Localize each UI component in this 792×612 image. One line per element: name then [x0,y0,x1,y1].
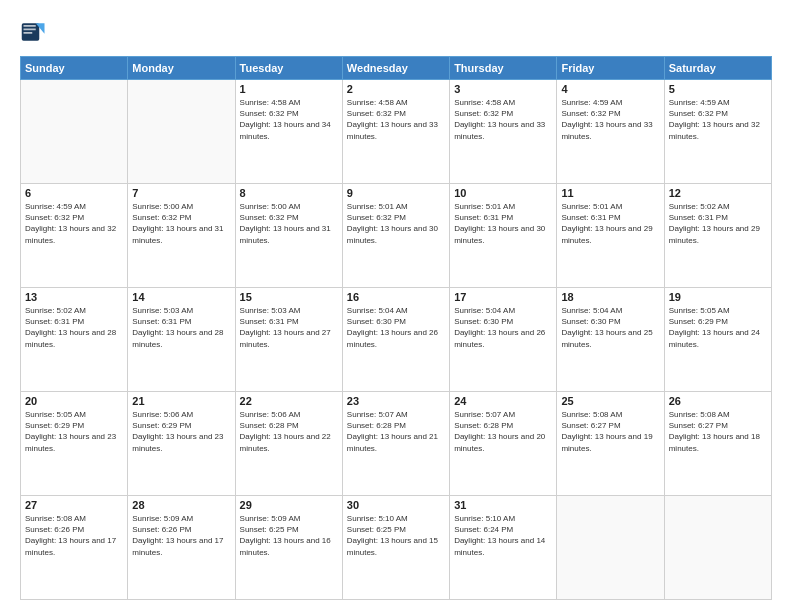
page: SundayMondayTuesdayWednesdayThursdayFrid… [0,0,792,612]
calendar-week-5: 27Sunrise: 5:08 AM Sunset: 6:26 PM Dayli… [21,496,772,600]
calendar-header-thursday: Thursday [450,57,557,80]
calendar-cell: 18Sunrise: 5:04 AM Sunset: 6:30 PM Dayli… [557,288,664,392]
day-number: 26 [669,395,767,407]
calendar-week-3: 13Sunrise: 5:02 AM Sunset: 6:31 PM Dayli… [21,288,772,392]
calendar-cell: 6Sunrise: 4:59 AM Sunset: 6:32 PM Daylig… [21,184,128,288]
day-info: Sunrise: 5:10 AM Sunset: 6:24 PM Dayligh… [454,513,552,558]
day-number: 3 [454,83,552,95]
day-number: 12 [669,187,767,199]
day-info: Sunrise: 5:08 AM Sunset: 6:27 PM Dayligh… [669,409,767,454]
day-number: 18 [561,291,659,303]
calendar-week-2: 6Sunrise: 4:59 AM Sunset: 6:32 PM Daylig… [21,184,772,288]
logo-icon [20,18,48,46]
day-info: Sunrise: 5:05 AM Sunset: 6:29 PM Dayligh… [25,409,123,454]
day-number: 13 [25,291,123,303]
calendar-cell: 7Sunrise: 5:00 AM Sunset: 6:32 PM Daylig… [128,184,235,288]
day-number: 30 [347,499,445,511]
day-info: Sunrise: 5:07 AM Sunset: 6:28 PM Dayligh… [347,409,445,454]
calendar-header-friday: Friday [557,57,664,80]
day-info: Sunrise: 4:58 AM Sunset: 6:32 PM Dayligh… [347,97,445,142]
day-number: 11 [561,187,659,199]
calendar-cell: 23Sunrise: 5:07 AM Sunset: 6:28 PM Dayli… [342,392,449,496]
calendar-header-tuesday: Tuesday [235,57,342,80]
day-number: 28 [132,499,230,511]
day-info: Sunrise: 5:09 AM Sunset: 6:25 PM Dayligh… [240,513,338,558]
day-number: 31 [454,499,552,511]
logo [20,18,52,46]
day-info: Sunrise: 5:03 AM Sunset: 6:31 PM Dayligh… [240,305,338,350]
calendar-cell: 12Sunrise: 5:02 AM Sunset: 6:31 PM Dayli… [664,184,771,288]
day-number: 22 [240,395,338,407]
calendar-cell: 29Sunrise: 5:09 AM Sunset: 6:25 PM Dayli… [235,496,342,600]
calendar-cell: 26Sunrise: 5:08 AM Sunset: 6:27 PM Dayli… [664,392,771,496]
calendar-cell: 22Sunrise: 5:06 AM Sunset: 6:28 PM Dayli… [235,392,342,496]
calendar-header-wednesday: Wednesday [342,57,449,80]
day-number: 25 [561,395,659,407]
day-number: 2 [347,83,445,95]
calendar-cell [128,80,235,184]
calendar-cell: 21Sunrise: 5:06 AM Sunset: 6:29 PM Dayli… [128,392,235,496]
day-info: Sunrise: 4:59 AM Sunset: 6:32 PM Dayligh… [669,97,767,142]
day-info: Sunrise: 5:01 AM Sunset: 6:31 PM Dayligh… [454,201,552,246]
day-info: Sunrise: 4:58 AM Sunset: 6:32 PM Dayligh… [240,97,338,142]
calendar-cell: 19Sunrise: 5:05 AM Sunset: 6:29 PM Dayli… [664,288,771,392]
calendar-cell: 17Sunrise: 5:04 AM Sunset: 6:30 PM Dayli… [450,288,557,392]
calendar-header-monday: Monday [128,57,235,80]
calendar-cell: 20Sunrise: 5:05 AM Sunset: 6:29 PM Dayli… [21,392,128,496]
day-info: Sunrise: 5:04 AM Sunset: 6:30 PM Dayligh… [561,305,659,350]
calendar-cell: 28Sunrise: 5:09 AM Sunset: 6:26 PM Dayli… [128,496,235,600]
day-info: Sunrise: 5:08 AM Sunset: 6:27 PM Dayligh… [561,409,659,454]
day-number: 21 [132,395,230,407]
day-info: Sunrise: 5:08 AM Sunset: 6:26 PM Dayligh… [25,513,123,558]
calendar-week-4: 20Sunrise: 5:05 AM Sunset: 6:29 PM Dayli… [21,392,772,496]
day-info: Sunrise: 5:04 AM Sunset: 6:30 PM Dayligh… [454,305,552,350]
calendar-cell: 16Sunrise: 5:04 AM Sunset: 6:30 PM Dayli… [342,288,449,392]
day-number: 8 [240,187,338,199]
calendar-cell: 5Sunrise: 4:59 AM Sunset: 6:32 PM Daylig… [664,80,771,184]
calendar-cell: 11Sunrise: 5:01 AM Sunset: 6:31 PM Dayli… [557,184,664,288]
svg-rect-2 [24,25,36,27]
calendar-cell: 4Sunrise: 4:59 AM Sunset: 6:32 PM Daylig… [557,80,664,184]
day-number: 5 [669,83,767,95]
calendar-cell [557,496,664,600]
day-info: Sunrise: 5:01 AM Sunset: 6:31 PM Dayligh… [561,201,659,246]
day-number: 7 [132,187,230,199]
day-info: Sunrise: 5:09 AM Sunset: 6:26 PM Dayligh… [132,513,230,558]
day-info: Sunrise: 4:58 AM Sunset: 6:32 PM Dayligh… [454,97,552,142]
day-number: 14 [132,291,230,303]
svg-rect-3 [24,29,36,31]
calendar-cell: 24Sunrise: 5:07 AM Sunset: 6:28 PM Dayli… [450,392,557,496]
calendar-cell: 14Sunrise: 5:03 AM Sunset: 6:31 PM Dayli… [128,288,235,392]
calendar-cell: 13Sunrise: 5:02 AM Sunset: 6:31 PM Dayli… [21,288,128,392]
calendar-cell: 3Sunrise: 4:58 AM Sunset: 6:32 PM Daylig… [450,80,557,184]
day-number: 10 [454,187,552,199]
day-info: Sunrise: 5:02 AM Sunset: 6:31 PM Dayligh… [669,201,767,246]
day-number: 6 [25,187,123,199]
calendar-table: SundayMondayTuesdayWednesdayThursdayFrid… [20,56,772,600]
day-number: 9 [347,187,445,199]
header [20,18,772,46]
day-number: 24 [454,395,552,407]
day-info: Sunrise: 5:06 AM Sunset: 6:29 PM Dayligh… [132,409,230,454]
calendar-header-sunday: Sunday [21,57,128,80]
calendar-cell: 31Sunrise: 5:10 AM Sunset: 6:24 PM Dayli… [450,496,557,600]
day-info: Sunrise: 5:00 AM Sunset: 6:32 PM Dayligh… [240,201,338,246]
calendar-cell: 27Sunrise: 5:08 AM Sunset: 6:26 PM Dayli… [21,496,128,600]
day-number: 29 [240,499,338,511]
calendar-cell [664,496,771,600]
day-info: Sunrise: 5:04 AM Sunset: 6:30 PM Dayligh… [347,305,445,350]
day-info: Sunrise: 5:07 AM Sunset: 6:28 PM Dayligh… [454,409,552,454]
day-info: Sunrise: 5:02 AM Sunset: 6:31 PM Dayligh… [25,305,123,350]
calendar-cell: 9Sunrise: 5:01 AM Sunset: 6:32 PM Daylig… [342,184,449,288]
calendar-cell: 25Sunrise: 5:08 AM Sunset: 6:27 PM Dayli… [557,392,664,496]
calendar-cell: 2Sunrise: 4:58 AM Sunset: 6:32 PM Daylig… [342,80,449,184]
calendar-cell: 1Sunrise: 4:58 AM Sunset: 6:32 PM Daylig… [235,80,342,184]
calendar-cell: 30Sunrise: 5:10 AM Sunset: 6:25 PM Dayli… [342,496,449,600]
calendar-cell [21,80,128,184]
calendar-week-1: 1Sunrise: 4:58 AM Sunset: 6:32 PM Daylig… [21,80,772,184]
day-number: 27 [25,499,123,511]
day-info: Sunrise: 5:06 AM Sunset: 6:28 PM Dayligh… [240,409,338,454]
day-info: Sunrise: 5:03 AM Sunset: 6:31 PM Dayligh… [132,305,230,350]
day-number: 16 [347,291,445,303]
day-number: 23 [347,395,445,407]
